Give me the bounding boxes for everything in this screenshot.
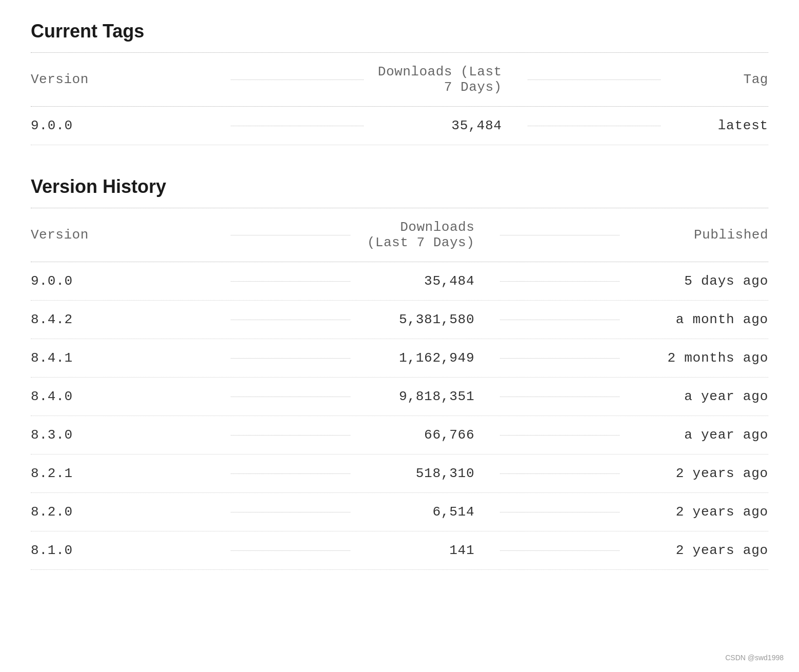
published-cell: a month ago (625, 312, 768, 327)
current-tags-version-header: Version (31, 72, 226, 87)
current-tags-title: Current Tags (31, 21, 768, 42)
downloads-cell: 141 (355, 543, 495, 558)
row-dot-leader-1 (231, 281, 350, 282)
table-row: 8.4.1 1,162,949 2 months ago (31, 339, 768, 378)
downloads-cell: 1,162,949 (355, 350, 495, 366)
version-cell: 8.4.0 (31, 389, 226, 404)
version-history-section: Version History Version Downloads (Last … (31, 176, 768, 570)
published-cell: a year ago (625, 389, 768, 404)
current-tags-table: Version Downloads (Last 7 Days) Tag 9.0.… (31, 52, 768, 145)
version-history-table: Version Downloads (Last 7 Days) Publishe… (31, 208, 768, 570)
vh-published-header: Published (625, 227, 768, 243)
downloads-cell: 6,514 (355, 504, 495, 520)
row-dot-leader-2 (500, 320, 620, 320)
row-dot-leader-2 (500, 550, 620, 551)
row-dot-leader-1 (231, 473, 350, 474)
version-cell: 8.2.1 (31, 466, 226, 481)
published-cell: 2 years ago (625, 466, 768, 481)
tag-cell: latest (666, 118, 768, 133)
version-cell: 8.1.0 (31, 543, 226, 558)
table-row: 8.2.1 518,310 2 years ago (31, 454, 768, 493)
vh-header-dot-leader-1 (231, 235, 350, 235)
row-dot-leader-1 (231, 397, 350, 397)
version-cell: 9.0.0 (31, 273, 226, 289)
watermark: CSDN @swd1998 (725, 654, 784, 662)
downloads-cell: 35,484 (355, 273, 495, 289)
row-dot-leader-1 (231, 320, 350, 320)
row-dot-leader-1 (231, 435, 350, 436)
vh-version-header: Version (31, 227, 226, 243)
table-row: 8.3.0 66,766 a year ago (31, 416, 768, 454)
row-dot-leader-2 (528, 126, 661, 126)
table-row: 9.0.0 35,484 latest (31, 107, 768, 145)
header-dot-leader-1 (231, 80, 364, 80)
current-tags-downloads-header: Downloads (Last 7 Days) (369, 64, 522, 95)
row-dot-leader-2 (500, 512, 620, 512)
version-cell: 8.2.0 (31, 504, 226, 520)
published-cell: 2 years ago (625, 504, 768, 520)
downloads-cell: 35,484 (369, 118, 522, 133)
row-dot-leader-2 (500, 358, 620, 359)
downloads-cell: 66,766 (355, 427, 495, 443)
vh-downloads-header: Downloads (Last 7 Days) (355, 220, 495, 250)
downloads-cell: 9,818,351 (355, 389, 495, 404)
table-row: 8.2.0 6,514 2 years ago (31, 493, 768, 531)
published-cell: 5 days ago (625, 273, 768, 289)
published-cell: a year ago (625, 427, 768, 443)
downloads-cell: 518,310 (355, 466, 495, 481)
current-tags-tag-header: Tag (666, 72, 768, 87)
row-dot-leader-2 (500, 281, 620, 282)
version-history-header-row: Version Downloads (Last 7 Days) Publishe… (31, 208, 768, 262)
row-dot-leader-1 (231, 512, 350, 512)
header-dot-leader-2 (528, 80, 661, 80)
table-row: 8.1.0 141 2 years ago (31, 531, 768, 570)
row-dot-leader-2 (500, 397, 620, 397)
current-tags-header-row: Version Downloads (Last 7 Days) Tag (31, 53, 768, 107)
table-row: 9.0.0 35,484 5 days ago (31, 262, 768, 301)
current-tags-rows: 9.0.0 35,484 latest (31, 107, 768, 145)
current-tags-section: Current Tags Version Downloads (Last 7 D… (31, 21, 768, 145)
published-cell: 2 months ago (625, 350, 768, 366)
version-cell: 8.4.1 (31, 350, 226, 366)
version-cell: 9.0.0 (31, 118, 226, 133)
table-row: 8.4.2 5,381,580 a month ago (31, 301, 768, 339)
version-history-rows: 9.0.0 35,484 5 days ago 8.4.2 5,381,580 … (31, 262, 768, 570)
table-row: 8.4.0 9,818,351 a year ago (31, 378, 768, 416)
vh-header-dot-leader-2 (500, 235, 620, 235)
row-dot-leader-2 (500, 473, 620, 474)
version-cell: 8.4.2 (31, 312, 226, 327)
version-cell: 8.3.0 (31, 427, 226, 443)
version-history-title: Version History (31, 176, 768, 197)
row-dot-leader-1 (231, 358, 350, 359)
downloads-cell: 5,381,580 (355, 312, 495, 327)
row-dot-leader-2 (500, 435, 620, 436)
row-dot-leader-1 (231, 550, 350, 551)
row-dot-leader-1 (231, 126, 364, 126)
published-cell: 2 years ago (625, 543, 768, 558)
